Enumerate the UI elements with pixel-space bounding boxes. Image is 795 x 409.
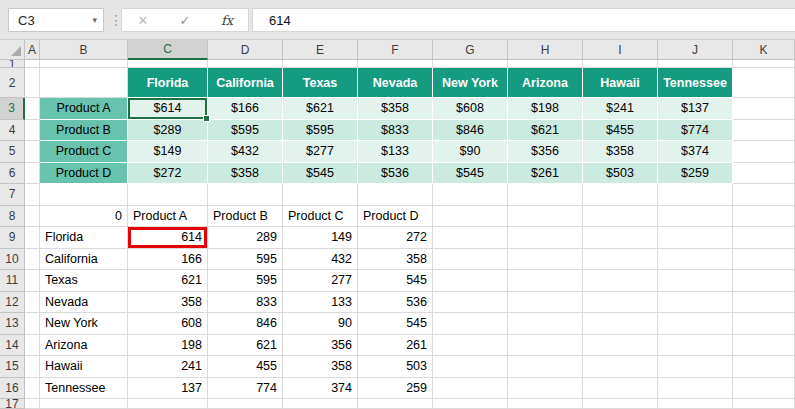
cell-A14[interactable] [25,335,40,357]
cell-A10[interactable] [25,249,40,271]
cell-F5[interactable]: $133 [358,141,433,163]
cell-K14[interactable] [733,335,795,357]
cell-J3[interactable]: $137 [658,98,733,120]
cell-F17[interactable] [358,399,433,409]
cell-H8[interactable] [508,206,583,228]
cell-G13[interactable] [433,313,508,335]
cell-K3[interactable] [733,98,795,120]
col-header-B[interactable]: B [40,40,128,60]
cell-D13[interactable]: 846 [208,313,283,335]
cell-G7[interactable] [433,184,508,206]
cell-G6[interactable]: $545 [433,163,508,185]
cell-J1[interactable] [658,60,733,68]
cell-H14[interactable] [508,335,583,357]
cell-D12[interactable]: 833 [208,292,283,314]
cell-C16[interactable]: 137 [128,378,208,400]
cell-E17[interactable] [283,399,358,409]
col-header-G[interactable]: G [433,40,508,60]
cell-C4[interactable]: $289 [128,120,208,142]
cell-I13[interactable] [583,313,658,335]
cell-A6[interactable] [25,163,40,185]
cell-K1[interactable] [733,60,795,68]
cell-F10[interactable]: 358 [358,249,433,271]
cell-K10[interactable] [733,249,795,271]
cell-C5[interactable]: $149 [128,141,208,163]
cell-B15[interactable]: Hawaii [40,356,128,378]
cell-J5[interactable]: $374 [658,141,733,163]
cell-J13[interactable] [658,313,733,335]
cell-D9[interactable]: 289 [208,227,283,249]
cell-G11[interactable] [433,270,508,292]
cell-I5[interactable]: $358 [583,141,658,163]
cell-G16[interactable] [433,378,508,400]
cell-D1[interactable] [208,60,283,68]
cell-D15[interactable]: 455 [208,356,283,378]
cell-B14[interactable]: Arizona [40,335,128,357]
cell-C15[interactable]: 241 [128,356,208,378]
cell-J7[interactable] [658,184,733,206]
cell-B13[interactable]: New York [40,313,128,335]
cell-H11[interactable] [508,270,583,292]
name-box-dropdown-icon[interactable]: ▾ [92,15,97,25]
cell-C14[interactable]: 198 [128,335,208,357]
cell-F1[interactable] [358,60,433,68]
cell-I9[interactable] [583,227,658,249]
cell-C12[interactable]: 358 [128,292,208,314]
col-header-C[interactable]: C [128,40,208,60]
cell-E11[interactable]: 277 [283,270,358,292]
cell-C11[interactable]: 621 [128,270,208,292]
cell-I16[interactable] [583,378,658,400]
select-all-corner[interactable] [0,40,25,60]
cell-A7[interactable] [25,184,40,206]
cell-E4[interactable]: $595 [283,120,358,142]
cell-C10[interactable]: 166 [128,249,208,271]
cell-I6[interactable]: $503 [583,163,658,185]
cell-K17[interactable] [733,399,795,409]
col-header-K[interactable]: K [733,40,795,60]
cell-C7[interactable] [128,184,208,206]
cell-A5[interactable] [25,141,40,163]
cell-D6[interactable]: $358 [208,163,283,185]
row-header-10[interactable]: 10 [0,249,25,271]
cell-G2[interactable]: New York [433,68,508,98]
cell-C1[interactable] [128,60,208,68]
cell-D4[interactable]: $595 [208,120,283,142]
cell-H15[interactable] [508,356,583,378]
row-header-4[interactable]: 4 [0,120,25,142]
cell-A9[interactable] [25,227,40,249]
cell-G12[interactable] [433,292,508,314]
cell-D5[interactable]: $432 [208,141,283,163]
cell-D7[interactable] [208,184,283,206]
cell-G14[interactable] [433,335,508,357]
cell-F16[interactable]: 259 [358,378,433,400]
row-header-1[interactable]: 1 [0,60,25,68]
cell-F8[interactable]: Product D [358,206,433,228]
cell-E5[interactable]: $277 [283,141,358,163]
cell-A2[interactable] [25,68,40,98]
cell-D11[interactable]: 595 [208,270,283,292]
col-header-E[interactable]: E [283,40,358,60]
cell-A1[interactable] [25,60,40,68]
cell-G17[interactable] [433,399,508,409]
col-header-I[interactable]: I [583,40,658,60]
cell-E10[interactable]: 432 [283,249,358,271]
cell-H5[interactable]: $356 [508,141,583,163]
cell-I8[interactable] [583,206,658,228]
row-header-8[interactable]: 8 [0,206,25,228]
cell-D17[interactable] [208,399,283,409]
cell-H17[interactable] [508,399,583,409]
col-header-J[interactable]: J [658,40,733,60]
cell-J14[interactable] [658,335,733,357]
cell-H1[interactable] [508,60,583,68]
cell-I14[interactable] [583,335,658,357]
enter-icon[interactable]: ✓ [164,9,206,31]
col-header-H[interactable]: H [508,40,583,60]
cell-I11[interactable] [583,270,658,292]
cell-K8[interactable] [733,206,795,228]
cell-K9[interactable] [733,227,795,249]
cell-B7[interactable] [40,184,128,206]
cell-B4[interactable]: Product B [40,120,128,142]
cell-E3[interactable]: $621 [283,98,358,120]
cell-K16[interactable] [733,378,795,400]
cell-J16[interactable] [658,378,733,400]
